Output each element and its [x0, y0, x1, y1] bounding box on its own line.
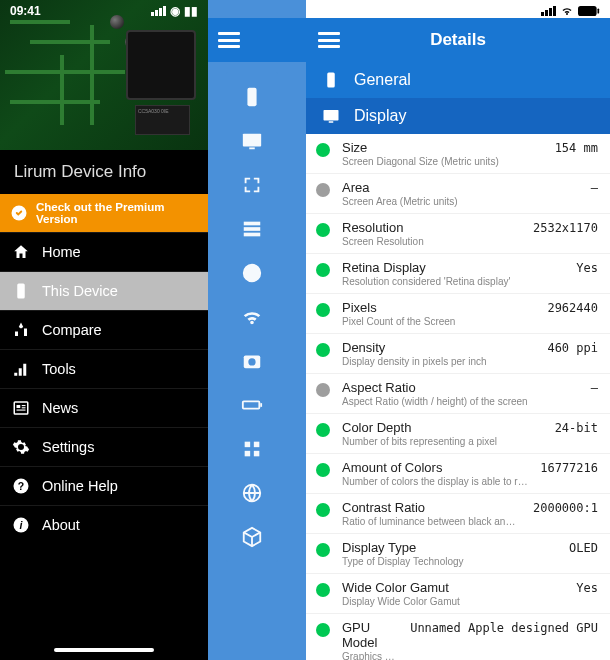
menu-label: News [42, 400, 78, 416]
row-value: 2532x1170 [533, 221, 598, 235]
svg-rect-3 [17, 405, 21, 408]
svg-rect-13 [249, 147, 255, 149]
section-general[interactable]: General [306, 62, 610, 98]
phone-icon[interactable] [241, 86, 263, 108]
right-panel: Details General Display SizeScreen Diago… [306, 0, 610, 660]
status-bar-right [306, 0, 610, 18]
row-subtitle: Screen Area (Metric units) [342, 196, 579, 207]
svg-rect-29 [324, 110, 339, 121]
row-title: Contrast Ratio [342, 500, 521, 515]
display-icon[interactable] [241, 130, 263, 152]
svg-rect-21 [245, 442, 251, 448]
row-subtitle: Display density in pixels per inch [342, 356, 535, 367]
menu-label: Settings [42, 439, 94, 455]
detail-row[interactable]: Amount of ColorsNumber of colors the dis… [306, 454, 610, 494]
menu-item-this-device[interactable]: This Device [0, 271, 208, 310]
expand-icon[interactable] [241, 174, 263, 196]
row-value: 24-bit [555, 421, 598, 435]
help-icon: ? [12, 477, 30, 495]
detail-row[interactable]: PixelsPixel Count of the Screen2962440 [306, 294, 610, 334]
detail-row[interactable]: GPU ModelGraphics Processing UnitUnnamed… [306, 614, 610, 660]
section-label: Display [354, 107, 406, 125]
menu-item-compare[interactable]: Compare [0, 310, 208, 349]
signal-icon [541, 6, 556, 16]
menu-item-about[interactable]: i About [0, 505, 208, 544]
row-subtitle: Resolution considered 'Retina display' [342, 276, 564, 287]
detail-row[interactable]: Retina DisplayResolution considered 'Ret… [306, 254, 610, 294]
svg-rect-5 [22, 407, 26, 408]
detail-row[interactable]: Aspect RatioAspect Ratio (width / height… [306, 374, 610, 414]
row-subtitle: Pixel Count of the Screen [342, 316, 535, 327]
menu-label: Home [42, 244, 81, 260]
menu-item-settings[interactable]: Settings [0, 427, 208, 466]
menu-item-tools[interactable]: Tools [0, 349, 208, 388]
row-subtitle: Display Wide Color Gamut [342, 596, 564, 607]
row-title: Density [342, 340, 535, 355]
signal-icon [151, 6, 166, 16]
row-value: 2962440 [547, 301, 598, 315]
detail-row[interactable]: ResolutionScreen Resolution2532x1170 [306, 214, 610, 254]
detail-row[interactable]: Wide Color GamutDisplay Wide Color Gamut… [306, 574, 610, 614]
menu-item-home[interactable]: Home [0, 232, 208, 271]
svg-rect-19 [243, 401, 260, 408]
hamburger-icon[interactable] [318, 32, 340, 48]
status-dot [316, 143, 330, 157]
page-title: Details [430, 30, 486, 50]
apps-icon[interactable] [241, 438, 263, 460]
detail-row[interactable]: SizeScreen Diagonal Size (Metric units)1… [306, 134, 610, 174]
status-dot [316, 183, 330, 197]
menu-item-online-help[interactable]: ? Online Help [0, 466, 208, 505]
wifi-icon [560, 5, 574, 17]
svg-rect-27 [597, 8, 599, 13]
battery-icon[interactable] [241, 394, 263, 416]
row-value: 154 mm [555, 141, 598, 155]
detail-row[interactable]: Contrast RatioRatio of luminance between… [306, 494, 610, 534]
status-dot [316, 583, 330, 597]
svg-rect-11 [247, 88, 256, 106]
status-dot [316, 223, 330, 237]
row-value: – [591, 181, 598, 195]
battery-icon: ▮▮ [184, 4, 198, 18]
detail-row[interactable]: Color DepthNumber of bits representing a… [306, 414, 610, 454]
detail-list[interactable]: SizeScreen Diagonal Size (Metric units)1… [306, 134, 610, 660]
detail-row[interactable]: DensityDisplay density in pixels per inc… [306, 334, 610, 374]
svg-rect-24 [254, 451, 260, 457]
row-value: – [591, 381, 598, 395]
storage-icon[interactable] [241, 218, 263, 240]
detail-row[interactable]: Display TypeType of Display TechnologyOL… [306, 534, 610, 574]
status-dot [316, 503, 330, 517]
camera-icon[interactable] [241, 350, 263, 372]
gear-icon [12, 438, 30, 456]
menu-label: Tools [42, 361, 76, 377]
row-subtitle: Graphics Processing Unit [342, 651, 398, 660]
promo-banner[interactable]: Check out the Premium Version [0, 194, 208, 232]
row-value: Unnamed Apple designed GPU [410, 621, 598, 635]
row-title: Retina Display [342, 260, 564, 275]
row-subtitle: Number of colors the display is able to … [342, 476, 528, 487]
chip-graphic [126, 30, 196, 100]
detail-row[interactable]: AreaScreen Area (Metric units)– [306, 174, 610, 214]
globe-icon[interactable] [241, 482, 263, 504]
chip-graphic-2: CC5A030 0IE [135, 105, 190, 135]
hamburger-icon[interactable] [218, 32, 240, 48]
row-title: Color Depth [342, 420, 543, 435]
svg-rect-4 [22, 405, 26, 406]
svg-rect-28 [327, 73, 335, 88]
home-indicator[interactable] [54, 648, 154, 652]
home-icon [12, 243, 30, 261]
compare-icon [12, 321, 30, 339]
row-title: Resolution [342, 220, 521, 235]
menu-label: Compare [42, 322, 102, 338]
wifi-icon[interactable] [241, 306, 263, 328]
cube-icon[interactable] [241, 526, 263, 548]
menu-item-news[interactable]: News [0, 388, 208, 427]
app-title: Lirum Device Info [0, 150, 208, 194]
row-subtitle: Type of Display Technology [342, 556, 557, 567]
chart-icon[interactable] [241, 262, 263, 284]
row-title: Aspect Ratio [342, 380, 579, 395]
row-title: Area [342, 180, 579, 195]
svg-rect-16 [244, 233, 261, 237]
section-display[interactable]: Display [306, 98, 610, 134]
svg-rect-20 [260, 403, 262, 407]
battery-icon [578, 5, 600, 17]
